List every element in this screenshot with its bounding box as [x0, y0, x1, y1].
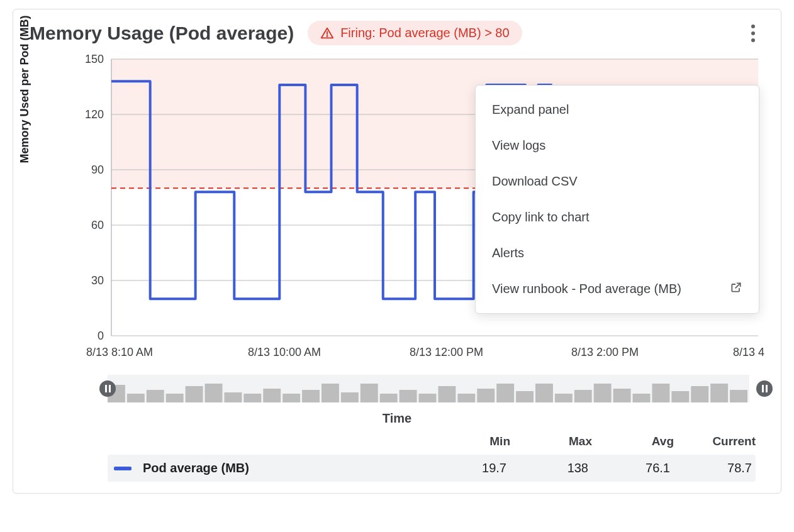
brush-handle-right[interactable] [756, 380, 773, 397]
legend-min: 19.7 [425, 461, 506, 475]
svg-rect-36 [361, 384, 378, 402]
svg-rect-54 [710, 384, 728, 402]
svg-rect-33 [302, 390, 320, 402]
legend-current: 78.7 [670, 461, 752, 475]
legend-hdr-max: Max [510, 435, 592, 448]
svg-rect-42 [477, 389, 495, 402]
svg-text:30: 30 [91, 274, 104, 287]
svg-rect-30 [243, 394, 261, 402]
svg-rect-44 [516, 391, 534, 402]
svg-rect-24 [127, 394, 145, 402]
panel-context-menu: Expand panel View logs Download CSV Copy… [475, 85, 759, 314]
svg-rect-39 [419, 394, 437, 402]
menu-view-runbook[interactable]: View runbook - Pod average (MB) [476, 271, 759, 307]
svg-rect-49 [613, 389, 631, 402]
legend-max: 138 [506, 461, 588, 475]
svg-text:120: 120 [85, 108, 104, 121]
metrics-panel: Memory Usage (Pod average) Firing: Pod a… [13, 9, 781, 494]
menu-copy-link[interactable]: Copy link to chart [476, 199, 759, 235]
legend-row[interactable]: Pod average (MB) 19.7 138 76.1 78.7 [108, 455, 756, 482]
svg-rect-37 [380, 394, 398, 402]
svg-rect-31 [263, 389, 281, 402]
svg-rect-48 [594, 384, 612, 402]
brush-mini-chart [108, 375, 749, 402]
panel-header: Memory Usage (Pod average) Firing: Pod a… [13, 9, 781, 50]
alert-badge[interactable]: Firing: Pod average (MB) > 80 [308, 21, 522, 45]
x-axis-label: Time [13, 411, 781, 426]
svg-rect-51 [652, 384, 669, 402]
menu-download-csv[interactable]: Download CSV [476, 163, 759, 199]
legend-header: Min Max Avg Current [108, 435, 756, 448]
svg-text:8/13 12:00 PM: 8/13 12:00 PM [410, 346, 483, 358]
panel-menu-button[interactable] [742, 22, 764, 45]
legend-avg: 76.1 [588, 461, 670, 475]
menu-view-logs[interactable]: View logs [476, 128, 759, 163]
svg-rect-29 [224, 392, 242, 402]
legend-table: Min Max Avg Current Pod average (MB) 19.… [108, 435, 756, 482]
brush-handle-left[interactable] [99, 380, 116, 397]
alert-triangle-icon [320, 26, 334, 40]
svg-rect-35 [341, 392, 359, 402]
menu-expand-panel[interactable]: Expand panel [476, 92, 759, 128]
svg-rect-52 [671, 391, 689, 402]
svg-rect-34 [322, 384, 339, 402]
legend-hdr-min: Min [428, 435, 510, 448]
svg-rect-45 [535, 384, 553, 402]
legend-hdr-current: Current [674, 435, 756, 448]
svg-rect-46 [555, 394, 573, 402]
svg-rect-47 [574, 390, 592, 402]
menu-alerts[interactable]: Alerts [476, 235, 759, 271]
external-link-icon [730, 281, 742, 297]
y-axis-label: Memory Used per Pod (MB) [18, 16, 31, 163]
legend-swatch [114, 467, 131, 470]
svg-text:150: 150 [85, 53, 104, 65]
svg-rect-27 [186, 386, 203, 402]
svg-rect-41 [457, 394, 475, 402]
svg-rect-53 [691, 386, 708, 402]
svg-text:8/13 8:10 AM: 8/13 8:10 AM [86, 346, 153, 358]
panel-title: Memory Usage (Pod average) [30, 23, 294, 44]
svg-text:8/13 10:00 AM: 8/13 10:00 AM [248, 346, 321, 358]
svg-text:90: 90 [91, 163, 104, 176]
svg-rect-28 [205, 384, 223, 402]
legend-hdr-avg: Avg [592, 435, 674, 448]
svg-rect-43 [496, 384, 514, 402]
svg-point-1 [327, 36, 328, 36]
legend-series-name: Pod average (MB) [143, 461, 425, 475]
svg-text:0: 0 [98, 330, 104, 342]
svg-rect-50 [633, 394, 651, 402]
svg-rect-32 [282, 394, 300, 402]
svg-rect-26 [166, 394, 184, 402]
svg-rect-40 [438, 386, 456, 402]
svg-rect-38 [400, 390, 417, 402]
svg-text:8/13 4:00 PM: 8/13 4:00 PM [733, 346, 764, 358]
svg-text:8/13 2:00 PM: 8/13 2:00 PM [571, 346, 639, 358]
svg-rect-55 [730, 390, 747, 402]
alert-badge-text: Firing: Pod average (MB) > 80 [340, 26, 509, 40]
svg-rect-25 [147, 390, 164, 402]
svg-text:60: 60 [91, 219, 104, 231]
time-range-brush[interactable] [108, 375, 764, 402]
